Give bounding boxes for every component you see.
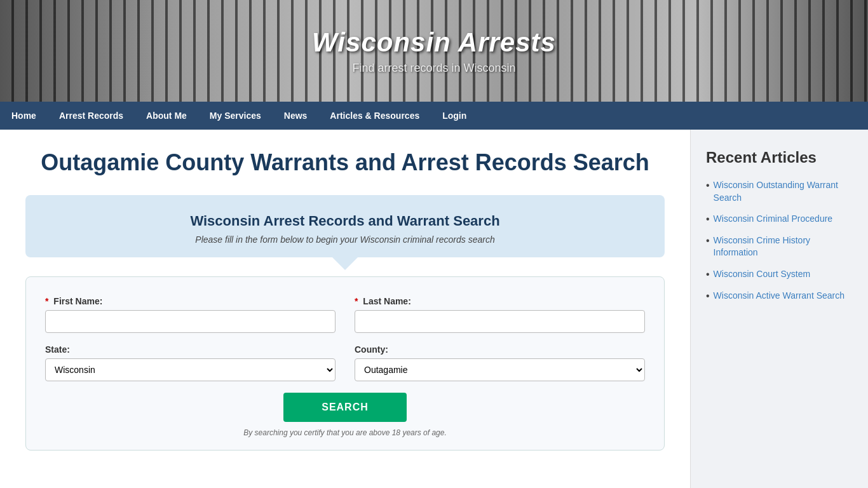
first-name-label: * First Name: <box>45 296 336 306</box>
article-link-1[interactable]: Wisconsin Outstanding Warrant Search <box>714 179 853 204</box>
name-row: * First Name: * Last Name: <box>45 296 645 333</box>
site-header: Wisconsin Arrests Find arrest records in… <box>0 0 868 102</box>
nav-articles[interactable]: Articles & Resources <box>318 102 431 130</box>
nav-arrest-records[interactable]: Arrest Records <box>48 102 135 130</box>
nav-home[interactable]: Home <box>0 102 48 130</box>
state-county-row: State: Wisconsin Alabama Alaska Arizona … <box>45 344 645 381</box>
nav-login[interactable]: Login <box>431 102 478 130</box>
site-title: Wisconsin Arrests <box>312 27 556 58</box>
main-container: Outagamie County Warrants and Arrest Rec… <box>0 130 868 488</box>
search-button[interactable]: SEARCH <box>283 393 407 422</box>
county-select[interactable]: Outagamie Milwaukee Dane Waukesha Brown <box>355 358 645 381</box>
list-item: Wisconsin Outstanding Warrant Search <box>706 179 853 204</box>
search-info-box: Wisconsin Arrest Records and Warrant Sea… <box>25 195 665 257</box>
first-name-input[interactable] <box>45 310 336 333</box>
search-box-subtitle: Please fill in the form below to begin y… <box>44 234 646 245</box>
list-item: Wisconsin Criminal Procedure <box>706 213 853 226</box>
article-link-5[interactable]: Wisconsin Active Warrant Search <box>714 290 844 302</box>
last-name-label: * Last Name: <box>355 296 645 306</box>
last-name-input[interactable] <box>355 310 645 333</box>
nav-news[interactable]: News <box>273 102 319 130</box>
site-subtitle: Find arrest records in Wisconsin <box>312 62 556 75</box>
list-item: Wisconsin Crime History Information <box>706 234 853 259</box>
article-link-2[interactable]: Wisconsin Criminal Procedure <box>714 213 833 226</box>
nav-about-me[interactable]: About Me <box>135 102 198 130</box>
last-name-group: * Last Name: <box>355 296 645 333</box>
list-item: Wisconsin Court System <box>706 268 853 281</box>
state-label: State: <box>45 344 336 355</box>
county-label: County: <box>355 344 645 355</box>
list-item: Wisconsin Active Warrant Search <box>706 290 853 302</box>
county-group: County: Outagamie Milwaukee Dane Waukesh… <box>355 344 645 381</box>
search-button-row: SEARCH <box>45 393 645 422</box>
state-select[interactable]: Wisconsin Alabama Alaska Arizona Arkansa… <box>45 358 336 381</box>
form-disclaimer: By searching you certify that you are ab… <box>45 428 645 437</box>
search-form-container: * First Name: * Last Name: State: <box>25 276 665 451</box>
last-name-required: * <box>355 296 358 306</box>
nav-services[interactable]: My Services <box>198 102 273 130</box>
recent-articles-list: Wisconsin Outstanding Warrant Search Wis… <box>706 179 853 302</box>
content-area: Outagamie County Warrants and Arrest Rec… <box>0 130 690 488</box>
page-title: Outagamie County Warrants and Arrest Rec… <box>25 149 665 176</box>
sidebar-title: Recent Articles <box>706 149 853 166</box>
search-box-title: Wisconsin Arrest Records and Warrant Sea… <box>44 213 646 229</box>
first-name-group: * First Name: <box>45 296 336 333</box>
article-link-4[interactable]: Wisconsin Court System <box>714 268 810 281</box>
state-group: State: Wisconsin Alabama Alaska Arizona … <box>45 344 336 381</box>
header-text: Wisconsin Arrests Find arrest records in… <box>312 27 556 75</box>
main-nav: Home Arrest Records About Me My Services… <box>0 102 868 130</box>
article-link-3[interactable]: Wisconsin Crime History Information <box>714 234 853 259</box>
first-name-required: * <box>45 296 48 306</box>
sidebar: Recent Articles Wisconsin Outstanding Wa… <box>690 130 868 488</box>
